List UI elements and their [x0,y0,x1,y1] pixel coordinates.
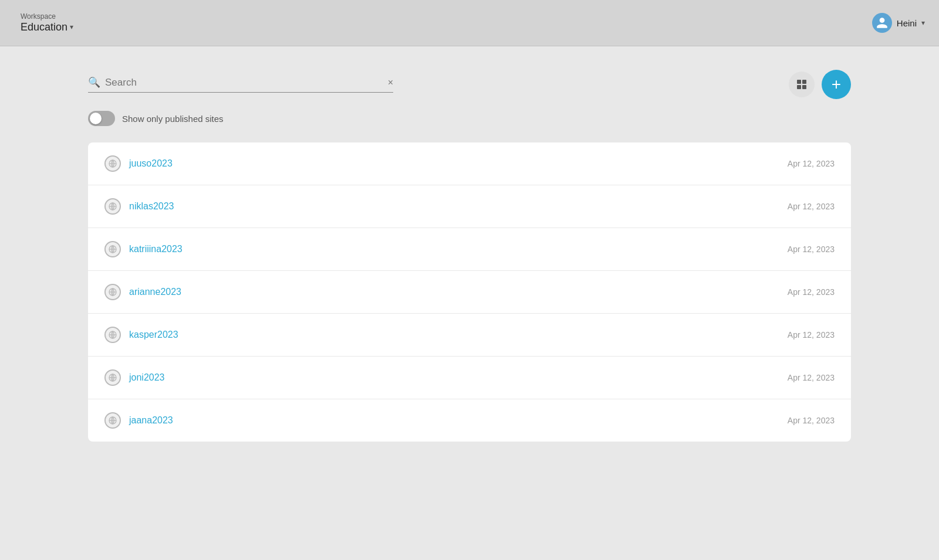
published-sites-toggle[interactable] [88,111,115,126]
site-date: Apr 12, 2023 [788,330,835,340]
list-item[interactable]: joni2023 Apr 12, 2023 [88,357,851,399]
site-icon [104,327,121,343]
svg-rect-2 [797,85,801,89]
site-name[interactable]: arianne2023 [129,287,181,297]
site-name[interactable]: niklas2023 [129,201,174,212]
workspace-name[interactable]: Education ▾ [21,21,73,33]
main-content: 🔍 × + Show only published sites [0,46,939,465]
list-item[interactable]: juuso2023 Apr 12, 2023 [88,142,851,185]
search-icon: 🔍 [88,76,100,89]
site-name[interactable]: juuso2023 [129,158,173,169]
list-item[interactable]: kasper2023 Apr 12, 2023 [88,314,851,357]
site-name[interactable]: jaana2023 [129,415,173,426]
header-right: Heini ▾ [872,13,925,33]
view-icon [796,79,808,90]
clear-search-button[interactable]: × [388,78,393,87]
site-left: joni2023 [104,369,165,386]
svg-rect-3 [802,85,806,89]
site-name[interactable]: kasper2023 [129,330,178,340]
toggle-thumb [90,113,102,124]
site-name[interactable]: joni2023 [129,372,165,383]
search-input[interactable] [105,77,383,89]
site-left: arianne2023 [104,284,181,300]
site-name[interactable]: katriiina2023 [129,244,183,254]
site-date: Apr 12, 2023 [788,373,835,382]
site-date: Apr 12, 2023 [788,245,835,254]
site-icon [104,198,121,215]
workspace-chevron-icon[interactable]: ▾ [70,23,73,31]
site-icon-glyph [108,416,117,425]
site-left: jaana2023 [104,412,173,429]
site-left: kasper2023 [104,327,178,343]
toggle-row: Show only published sites [88,111,851,126]
list-item[interactable]: jaana2023 Apr 12, 2023 [88,399,851,442]
site-icon-glyph [108,245,117,254]
view-button[interactable] [789,72,815,97]
toggle-label: Show only published sites [122,114,224,124]
workspace-name-text: Education [21,21,67,33]
sites-list: juuso2023 Apr 12, 2023 niklas2023 Apr 12… [88,142,851,442]
site-icon-glyph [108,373,117,382]
site-icon-glyph [108,330,117,340]
site-icon-glyph [108,159,117,168]
svg-rect-1 [802,80,806,84]
site-icon [104,412,121,429]
site-icon-glyph [108,287,117,297]
search-bar: 🔍 × [88,76,393,93]
list-item[interactable]: katriiina2023 Apr 12, 2023 [88,228,851,271]
site-left: katriiina2023 [104,241,183,257]
site-icon-glyph [108,202,117,211]
site-left: juuso2023 [104,155,173,172]
site-date: Apr 12, 2023 [788,416,835,425]
site-left: niklas2023 [104,198,174,215]
user-chevron-icon[interactable]: ▾ [921,19,925,27]
site-date: Apr 12, 2023 [788,202,835,211]
workspace-label: Workspace [21,12,73,21]
site-icon [104,155,121,172]
workspace-info: Workspace Education ▾ [21,12,73,33]
list-item[interactable]: niklas2023 Apr 12, 2023 [88,185,851,228]
site-date: Apr 12, 2023 [788,159,835,168]
site-date: Apr 12, 2023 [788,287,835,297]
toolbar-buttons: + [789,70,851,99]
avatar [872,13,892,33]
header: Workspace Education ▾ Heini ▾ [0,0,939,46]
svg-rect-0 [797,80,801,84]
site-icon [104,284,121,300]
list-item[interactable]: arianne2023 Apr 12, 2023 [88,271,851,314]
user-name: Heini [897,18,917,28]
site-icon [104,369,121,386]
site-icon [104,241,121,257]
add-button[interactable]: + [822,70,851,99]
user-icon [876,16,889,29]
search-toolbar: 🔍 × + [88,70,851,99]
